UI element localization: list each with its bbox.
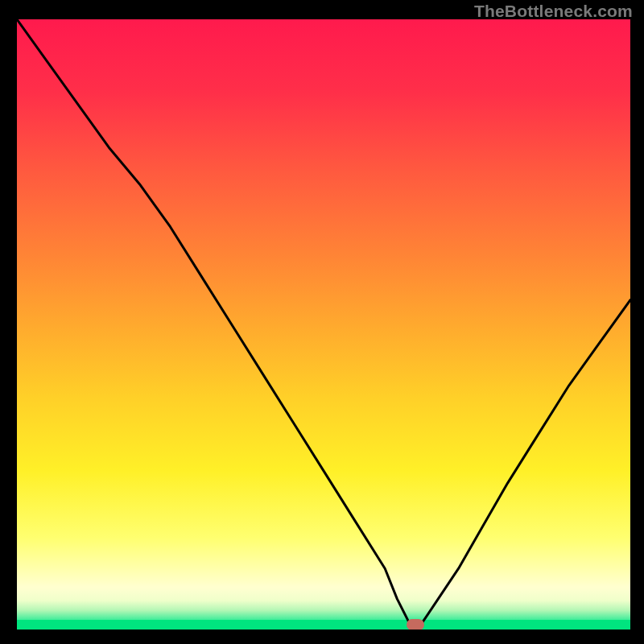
background-gradient	[17, 19, 630, 630]
plot-area	[17, 19, 630, 630]
green-strip	[17, 620, 630, 630]
optimal-marker-icon	[407, 619, 424, 630]
chart-frame: TheBottleneck.com	[0, 0, 644, 644]
green-fade	[17, 588, 630, 620]
watermark-label: TheBottleneck.com	[474, 2, 633, 21]
